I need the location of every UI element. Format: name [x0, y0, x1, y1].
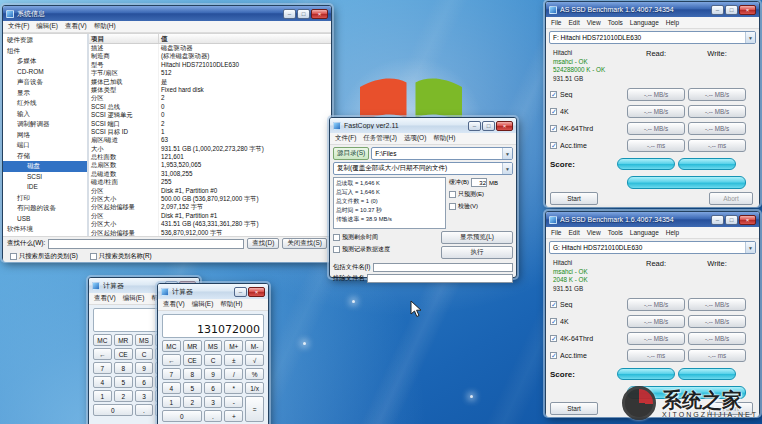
test-checkbox[interactable]: ✓	[550, 142, 557, 149]
read-result-button[interactable]: -.-- MB/s	[627, 315, 685, 328]
calc-key[interactable]: 3	[204, 396, 223, 408]
tree-item[interactable]: 网络	[3, 130, 87, 141]
test-checkbox[interactable]: ✓	[550, 125, 557, 132]
calc-key[interactable]: 0	[162, 410, 202, 422]
calc-key[interactable]: 5	[183, 382, 202, 394]
calc-key[interactable]: 5	[114, 376, 133, 388]
write-result-button[interactable]: -.-- ms	[688, 349, 746, 362]
table-row[interactable]: 分区大小 431.51 GB (463,331,361,280 字节)	[89, 220, 331, 228]
write-result-button[interactable]: -.-- MB/s	[688, 315, 746, 328]
calc-key[interactable]: MR	[183, 340, 202, 352]
execute-button[interactable]: 执行	[441, 246, 513, 259]
table-row[interactable]: 总磁道数 31,008,255	[89, 170, 331, 178]
calc-key[interactable]: √	[245, 354, 264, 366]
checkbox[interactable]	[333, 234, 340, 241]
copy-mode-combo[interactable]: 复制(覆盖全部或大小/日期不同的文件) ▼	[333, 162, 513, 175]
search-selected-category-checkbox[interactable]: 只搜索所选的类别(S)	[10, 252, 78, 261]
calc-key[interactable]: 4	[93, 376, 112, 388]
calc-key[interactable]: 7	[93, 362, 112, 374]
tree-item[interactable]: 有问题的设备	[3, 203, 87, 214]
drive-select[interactable]: G: Hitachi HDS721010DLE630 ▼	[549, 241, 756, 254]
abort-button[interactable]: Abort	[709, 192, 753, 205]
maximize-button[interactable]: □	[725, 215, 738, 225]
calc-key[interactable]: *	[224, 382, 243, 394]
read-score-button[interactable]	[617, 158, 675, 170]
menu-item[interactable]: 任务管理(J)	[363, 134, 397, 143]
tree-item[interactable]: 软件环境	[3, 224, 87, 235]
menu-item[interactable]: Help	[666, 19, 679, 26]
calc-key[interactable]: ←	[162, 354, 181, 366]
read-result-button[interactable]: -.-- MB/s	[627, 105, 685, 118]
minimize-button[interactable]: –	[711, 215, 724, 225]
menu-item[interactable]: 帮助(H)	[220, 300, 242, 309]
tree-item[interactable]: IDE	[3, 182, 87, 193]
calc-key[interactable]: ±	[224, 354, 243, 366]
close-button[interactable]: ×	[739, 5, 756, 15]
table-row[interactable]: 扇区/磁道 63	[89, 136, 331, 144]
read-result-button[interactable]: -.-- MB/s	[627, 298, 685, 311]
menu-item[interactable]: View	[587, 19, 601, 26]
table-row[interactable]: 总柱面数 121,601	[89, 153, 331, 161]
menu-item[interactable]: 编辑(E)	[192, 300, 214, 309]
write-score-button[interactable]	[678, 368, 736, 380]
menu-item[interactable]: Tools	[608, 229, 623, 236]
calc-key[interactable]: %	[245, 368, 264, 380]
menu-item[interactable]: Tools	[608, 19, 623, 26]
test-checkbox[interactable]: ✓	[550, 352, 557, 359]
minimize-button[interactable]: –	[711, 5, 724, 15]
test-checkbox[interactable]: ✓	[550, 91, 557, 98]
read-result-button[interactable]: -.-- ms	[627, 139, 685, 152]
checkbox[interactable]	[10, 253, 17, 260]
include-filter-input[interactable]	[373, 263, 513, 272]
asssd1-titlebar[interactable]: AS SSD Benchmark 1.6.4067.34354 – □ ×	[546, 2, 759, 17]
tree-item[interactable]: 多媒体	[3, 56, 87, 67]
calc-key[interactable]: 4	[162, 382, 181, 394]
menu-item[interactable]: File	[551, 229, 561, 236]
calc-key[interactable]: 8	[114, 362, 133, 374]
menu-item[interactable]: View	[587, 229, 601, 236]
close-button[interactable]: ×	[311, 9, 328, 19]
calc-key[interactable]: CE	[183, 354, 202, 366]
close-find-button[interactable]: 关闭查找(S)	[282, 238, 327, 249]
write-result-button[interactable]: -.-- MB/s	[688, 122, 746, 135]
start-button[interactable]: Start	[550, 402, 598, 415]
read-score-button[interactable]	[617, 368, 675, 380]
calc-key[interactable]: CE	[114, 348, 133, 360]
tree-item[interactable]: 调制解调器	[3, 119, 87, 130]
table-row[interactable]: 媒体已加载 是	[89, 78, 331, 86]
find-input[interactable]	[48, 239, 244, 249]
read-result-button[interactable]: -.-- ms	[627, 349, 685, 362]
table-row[interactable]: SCSI 端口 2	[89, 120, 331, 128]
menu-item[interactable]: Language	[630, 19, 659, 26]
table-row[interactable]: 分区大小 500.00 GB (536,870,912,000 字节)	[89, 195, 331, 203]
menu-item[interactable]: Edit	[568, 229, 579, 236]
write-result-button[interactable]: -.-- MB/s	[688, 332, 746, 345]
write-result-button[interactable]: -.-- MB/s	[688, 298, 746, 311]
menu-item[interactable]: 帮助(H)	[433, 134, 455, 143]
tree-item[interactable]: SCSI	[3, 172, 87, 183]
tree-item[interactable]: 显示	[3, 88, 87, 99]
checkbox[interactable]	[449, 203, 456, 210]
calc-key[interactable]: +	[224, 410, 243, 422]
table-row[interactable]: SCSI 目标 ID 1	[89, 128, 331, 136]
calc-key[interactable]: MC	[162, 340, 181, 352]
find-button[interactable]: 查找(D)	[247, 238, 279, 249]
checkbox[interactable]	[333, 246, 340, 253]
listing-button[interactable]: 显示预览(L)	[441, 231, 513, 244]
calc-key[interactable]: 2	[183, 396, 202, 408]
predict-rate-checkbox[interactable]: 预测记录数据速度	[333, 245, 438, 254]
drive-select[interactable]: F: Hitachi HDS721010DLE630 ▼	[549, 31, 756, 44]
test-checkbox[interactable]: ✓	[550, 318, 557, 325]
calc-key[interactable]: 6	[135, 376, 154, 388]
write-result-button[interactable]: -.-- MB/s	[688, 88, 746, 101]
checkbox[interactable]	[449, 191, 456, 198]
source-path-combo[interactable]: F:\Files ▼	[371, 147, 513, 160]
tree-item[interactable]: 组件	[3, 46, 87, 57]
predict-time-checkbox[interactable]: 预测剩余时间	[333, 233, 438, 242]
calc-key[interactable]: 0	[93, 404, 133, 416]
table-row[interactable]: 媒体类型 Fixed hard disk	[89, 86, 331, 94]
search-category-names-checkbox[interactable]: 只搜索类别名称(R)	[90, 252, 152, 261]
calc-key[interactable]: 1	[93, 390, 112, 402]
close-button[interactable]: ×	[496, 121, 513, 131]
calc-key[interactable]: MR	[114, 334, 133, 346]
